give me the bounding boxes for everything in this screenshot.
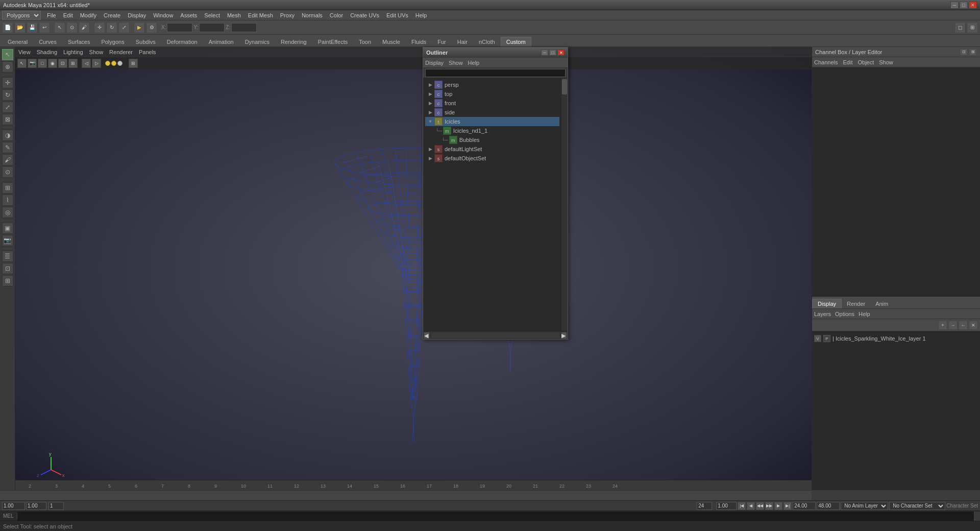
outliner-maximize-btn[interactable]: □ xyxy=(549,50,556,56)
minimize-button[interactable]: ─ xyxy=(950,2,959,9)
show-manip-tool[interactable]: ⊙ xyxy=(2,166,13,178)
anim-end2-field[interactable] xyxy=(817,502,840,510)
anim-end-field[interactable] xyxy=(716,502,737,510)
outliner-hscroll-area[interactable]: ◀ ▶ xyxy=(423,331,568,339)
outliner-item-persp[interactable]: ▶ c persp xyxy=(425,80,559,89)
current-frame-input[interactable] xyxy=(2,502,25,510)
layers-create-layer-btn[interactable]: + xyxy=(938,321,947,330)
outliner-scroll-left-btn[interactable]: ◀ xyxy=(424,332,429,339)
vp-front-btn[interactable]: ▷ xyxy=(92,59,101,68)
timeline-playback-bar[interactable] xyxy=(0,490,812,500)
next-frame-button[interactable]: ▶ xyxy=(774,502,782,510)
vp-light2-btn[interactable] xyxy=(111,61,116,66)
layers-display-tab[interactable]: Display xyxy=(812,299,842,308)
move-tool-left[interactable]: ✛ xyxy=(2,77,13,88)
menu-color[interactable]: Color xyxy=(327,11,346,19)
vp-smooth-btn[interactable]: ◉ xyxy=(48,59,57,68)
mel-command-input[interactable] xyxy=(17,512,974,521)
menu-file[interactable]: File xyxy=(44,11,59,19)
layer-extra-button[interactable]: ⊞ xyxy=(2,275,13,286)
outliner-show-menu[interactable]: Show xyxy=(449,60,463,66)
mel-expand-btn[interactable] xyxy=(974,512,980,521)
layers-assign-btn[interactable]: → xyxy=(948,321,958,330)
layers-anim-tab[interactable]: Anim xyxy=(870,299,893,308)
vp-shade-wire-btn[interactable]: ⊞ xyxy=(68,59,78,68)
layers-render-tab[interactable]: Render xyxy=(842,299,870,308)
snap-curve-button[interactable]: ⌇ xyxy=(2,195,13,206)
new-scene-button[interactable]: 📄 xyxy=(2,22,13,33)
tab-painteffects[interactable]: PaintEffects xyxy=(312,37,354,46)
viewport-3d[interactable]: View Shading Lighting Show Renderer Pane… xyxy=(15,47,812,490)
play-back-button[interactable]: ◀◀ xyxy=(756,502,764,510)
outliner-item-lightset[interactable]: ▶ s defaultLightSet xyxy=(425,144,559,154)
lasso-tool-button[interactable]: ⊙ xyxy=(66,22,78,33)
viewport-lighting-menu[interactable]: Lighting xyxy=(63,49,83,55)
outliner-vscroll-thumb[interactable] xyxy=(562,79,567,94)
render-settings-button[interactable]: ⚙ xyxy=(146,22,157,33)
tab-curves[interactable]: Curves xyxy=(33,37,62,46)
vp-select-btn[interactable]: ↖ xyxy=(17,59,27,68)
outliner-item-objectset[interactable]: ▶ s defaultObjectSet xyxy=(425,154,559,163)
anim-start2-field[interactable] xyxy=(793,502,816,510)
outliner-close-btn[interactable]: ✕ xyxy=(557,50,565,56)
layers-options-menu[interactable]: Options xyxy=(835,311,854,317)
outliner-minimize-btn[interactable]: ─ xyxy=(541,50,548,56)
tab-deformation[interactable]: Deformation xyxy=(161,37,203,46)
go-start-button[interactable]: |◀ xyxy=(738,502,746,510)
outliner-help-menu[interactable]: Help xyxy=(468,60,480,66)
mode-selector[interactable]: Polygons xyxy=(2,11,41,20)
go-end-button[interactable]: ▶| xyxy=(783,502,792,510)
tab-animation[interactable]: Animation xyxy=(203,37,239,46)
outliner-display-menu[interactable]: Display xyxy=(425,60,444,66)
viewport-renderer-menu[interactable]: Renderer xyxy=(109,49,133,55)
sculpt-tool[interactable]: ✎ xyxy=(2,142,13,153)
universal-tool[interactable]: ⊠ xyxy=(2,114,13,125)
x-coord-input[interactable] xyxy=(167,23,192,32)
menu-assets[interactable]: Assets xyxy=(177,11,200,19)
undo-button[interactable]: ↩ xyxy=(39,22,50,33)
render-button[interactable]: ▶ xyxy=(134,22,145,33)
save-scene-button[interactable]: 💾 xyxy=(27,22,38,33)
tab-surfaces[interactable]: Surfaces xyxy=(62,37,95,46)
layer-visibility-btn[interactable]: V xyxy=(814,335,821,342)
rp-object-menu[interactable]: Object xyxy=(857,59,874,65)
soft-mod-tool[interactable]: ◑ xyxy=(2,130,13,141)
paint-select-tool[interactable]: ⊕ xyxy=(2,61,13,73)
snap-point-button[interactable]: ◎ xyxy=(2,207,13,218)
menu-display[interactable]: Display xyxy=(125,11,149,19)
layers-delete-btn[interactable]: ✕ xyxy=(969,321,978,330)
rp-icon2-button[interactable]: ⊞ xyxy=(969,49,977,56)
menu-mesh[interactable]: Mesh xyxy=(224,11,244,19)
paint-tool[interactable]: 🖌 xyxy=(2,154,13,165)
outliner-item-top[interactable]: ▶ c top xyxy=(425,89,559,99)
outliner-scroll-right-btn[interactable]: ▶ xyxy=(561,332,567,339)
tab-dynamics[interactable]: Dynamics xyxy=(239,37,275,46)
display-quality-button[interactable]: ◻ xyxy=(954,22,966,33)
render-region-button[interactable]: ▣ xyxy=(2,223,13,234)
outliner-item-icicles-nd1[interactable]: └─ m Icicles_nd1_1 xyxy=(425,126,559,135)
viewport-view-menu[interactable]: View xyxy=(18,49,31,55)
select-tool-button[interactable]: ↖ xyxy=(54,22,65,33)
layer-display-button[interactable]: ☰ xyxy=(2,251,13,262)
rp-icon1-button[interactable]: ⊡ xyxy=(960,49,968,56)
tab-rendering[interactable]: Rendering xyxy=(275,37,312,46)
close-button[interactable]: ✕ xyxy=(969,2,977,9)
vp-wire-btn[interactable]: ⊡ xyxy=(58,59,67,68)
no-character-set-select[interactable]: No Character Set xyxy=(889,502,945,510)
layer-mode-btn[interactable]: P xyxy=(823,335,830,342)
vp-poly-btn[interactable]: □ xyxy=(38,59,47,68)
vp-snap-grid-btn[interactable]: ⊞ xyxy=(129,59,138,68)
layers-remove-btn[interactable]: ← xyxy=(959,321,968,330)
select-arrow-tool[interactable]: ↖ xyxy=(2,49,13,60)
snap-grid-button[interactable]: ⊞ xyxy=(2,182,13,194)
y-coord-input[interactable] xyxy=(199,23,225,32)
tab-subdivs[interactable]: Subdivs xyxy=(130,37,161,46)
vp-back-btn[interactable]: ◁ xyxy=(82,59,91,68)
menu-edit-uvs[interactable]: Edit UVs xyxy=(383,11,411,19)
tab-polygons[interactable]: Polygons xyxy=(95,37,130,46)
menu-proxy[interactable]: Proxy xyxy=(277,11,298,19)
no-anim-layer-select[interactable]: No Anim Layer xyxy=(841,502,888,510)
move-tool-button[interactable]: ✛ xyxy=(94,22,105,33)
paint-select-button[interactable]: 🖌 xyxy=(79,22,90,33)
menu-modify[interactable]: Modify xyxy=(77,11,100,19)
